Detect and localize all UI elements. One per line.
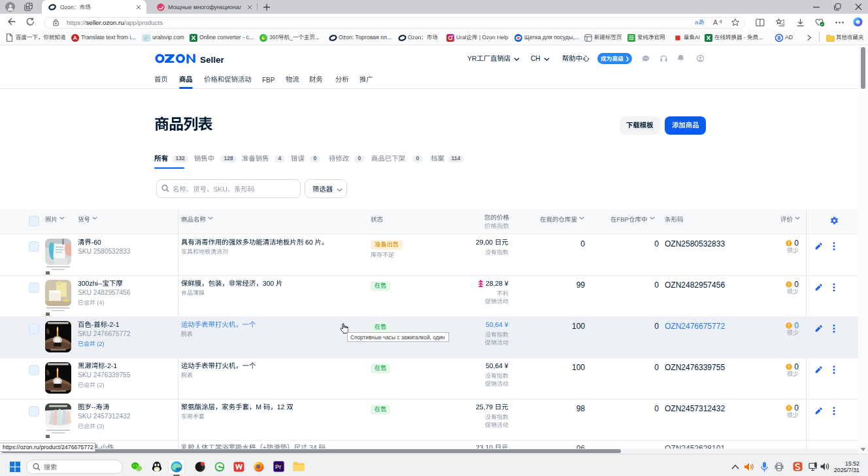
svg-text:Pr: Pr bbox=[275, 464, 282, 470]
svg-text:A: A bbox=[73, 35, 77, 41]
svg-text:A: A bbox=[713, 18, 718, 26]
